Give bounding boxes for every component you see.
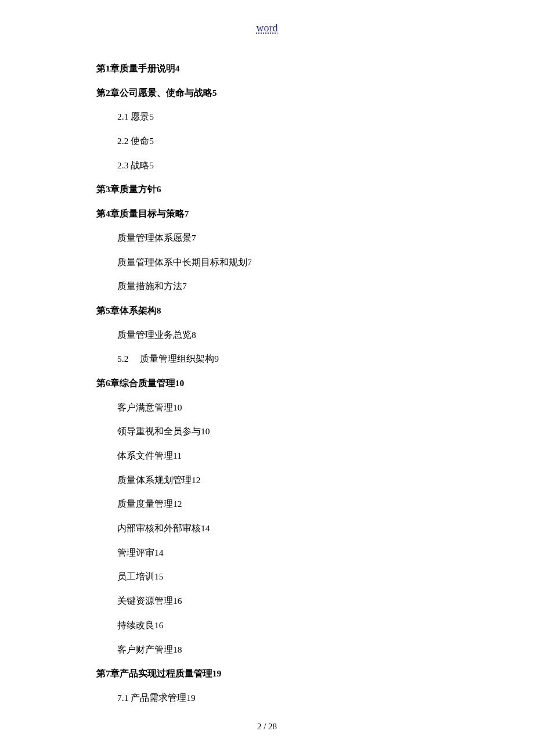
toc-sub-title: 关键资源管理 <box>117 596 173 606</box>
toc-chapter-entry[interactable]: 第1章质量手册说明4 <box>96 62 456 75</box>
toc-sub-title: 领导重视和全员参与 <box>117 426 201 436</box>
toc-sub-entry[interactable]: 客户满意管理10 <box>117 401 456 414</box>
toc-sub-entry[interactable]: 持续改良16 <box>117 619 456 632</box>
toc-chapter-title: 第4章质量目标与策略 <box>96 208 185 218</box>
toc-page-number: 14 <box>154 548 164 557</box>
toc-page-number: 12 <box>192 475 201 485</box>
toc-page-number: 5 <box>149 136 154 146</box>
toc-sub-title: 2.3 战略 <box>117 160 149 170</box>
toc-chapter-entry[interactable]: 第6章综合质量管理10 <box>96 377 456 390</box>
document-page: word 第1章质量手册说明4第2章公司愿景、使命与战略52.1 愿景52.2 … <box>0 0 534 704</box>
toc-sub-entry[interactable]: 内部审核和外部审核14 <box>117 522 456 535</box>
toc-page-number: 7 <box>192 233 196 243</box>
toc-page-number: 15 <box>154 571 164 581</box>
toc-page-number: 5 <box>212 88 217 98</box>
toc-page-number: 7 <box>185 208 189 218</box>
toc-sub-entry[interactable]: 2.1 愿景5 <box>117 110 456 123</box>
toc-sub-entry[interactable]: 2.2 使命5 <box>117 135 456 147</box>
toc-sub-title: 2.2 使命 <box>117 136 149 146</box>
toc-sub-entry[interactable]: 质量管理体系愿景7 <box>117 232 456 244</box>
toc-page-number: 10 <box>173 402 182 412</box>
toc-sub-entry[interactable]: 质量管理业务总览8 <box>117 329 456 341</box>
toc-sub-title: 质量管理体系中长期目标和规划 <box>117 257 247 267</box>
toc-sub-title: 体系文件管理 <box>117 451 173 460</box>
toc-sub-title: 客户满意管理 <box>117 402 173 412</box>
header-word-link[interactable]: word <box>0 22 534 34</box>
toc-chapter-entry[interactable]: 第3章质量方针6 <box>96 183 456 196</box>
toc-sub-entry[interactable]: 领导重视和全员参与10 <box>117 425 456 438</box>
toc-sub-entry[interactable]: 关键资源管理16 <box>117 595 456 607</box>
toc-chapter-entry[interactable]: 第5章体系架构8 <box>96 304 456 317</box>
toc-sub-entry[interactable]: 2.3 战略5 <box>117 159 456 172</box>
toc-chapter-title: 第7章产品实现过程质量管理 <box>96 668 212 678</box>
toc-chapter-entry[interactable]: 第4章质量目标与策略7 <box>96 207 456 220</box>
toc-page-number: 10 <box>175 378 185 388</box>
toc-page-number: 18 <box>173 645 182 654</box>
toc-sub-title: 内部审核和外部审核 <box>117 523 201 533</box>
toc-page-number: 5 <box>149 111 154 121</box>
toc-sub-entry[interactable]: 7.1 产品需求管理19 <box>117 692 456 704</box>
toc-page-number: 16 <box>154 620 164 630</box>
toc-chapter-title: 第1章质量手册说明 <box>96 63 175 73</box>
toc-chapter-title: 第3章质量方针 <box>96 184 157 194</box>
toc-page-number: 10 <box>201 426 210 436</box>
toc-sub-title: 质量体系规划管理 <box>117 475 192 485</box>
toc-content: 第1章质量手册说明4第2章公司愿景、使命与战略52.1 愿景52.2 使命52.… <box>96 62 456 704</box>
toc-page-number: 7 <box>182 281 187 291</box>
toc-sub-title: 客户财产管理 <box>117 645 173 654</box>
toc-page-number: 14 <box>201 523 210 533</box>
toc-sub-title: 5.2 质量管理组织架构 <box>117 354 214 363</box>
toc-page-number: 16 <box>173 596 182 606</box>
toc-sub-entry[interactable]: 体系文件管理11 <box>117 449 456 462</box>
toc-page-number: 8 <box>157 305 161 315</box>
toc-page-number: 11 <box>173 451 182 460</box>
toc-chapter-entry[interactable]: 第2章公司愿景、使命与战略5 <box>96 87 456 99</box>
toc-sub-title: 管理评审 <box>117 548 154 557</box>
toc-sub-entry[interactable]: 5.2 质量管理组织架构9 <box>117 352 456 365</box>
toc-sub-title: 质量度量管理 <box>117 499 173 509</box>
toc-page-number: 19 <box>186 693 196 703</box>
toc-page-number: 4 <box>175 63 180 73</box>
toc-sub-title: 员工培训 <box>117 571 154 581</box>
toc-sub-title: 质量措施和方法 <box>117 281 182 291</box>
page-footer: 2 / 28 <box>0 722 534 732</box>
toc-sub-entry[interactable]: 质量度量管理12 <box>117 498 456 510</box>
toc-sub-entry[interactable]: 质量措施和方法7 <box>117 280 456 293</box>
toc-sub-entry[interactable]: 客户财产管理18 <box>117 643 456 656</box>
toc-page-number: 9 <box>214 354 219 363</box>
toc-sub-title: 持续改良 <box>117 620 154 630</box>
toc-page-number: 12 <box>173 499 182 509</box>
toc-page-number: 6 <box>157 184 161 194</box>
toc-sub-title: 质量管理业务总览 <box>117 330 192 340</box>
toc-chapter-title: 第2章公司愿景、使命与战略 <box>96 88 212 98</box>
toc-chapter-entry[interactable]: 第7章产品实现过程质量管理19 <box>96 667 456 680</box>
toc-sub-title: 2.1 愿景 <box>117 111 149 121</box>
toc-sub-entry[interactable]: 管理评审14 <box>117 546 456 559</box>
toc-sub-entry[interactable]: 质量体系规划管理12 <box>117 474 456 487</box>
toc-page-number: 5 <box>149 160 154 170</box>
toc-sub-title: 质量管理体系愿景 <box>117 233 192 243</box>
toc-chapter-title: 第5章体系架构 <box>96 305 157 315</box>
toc-chapter-title: 第6章综合质量管理 <box>96 378 175 388</box>
toc-sub-title: 7.1 产品需求管理 <box>117 693 186 703</box>
toc-page-number: 7 <box>247 257 252 267</box>
toc-page-number: 19 <box>212 668 222 678</box>
toc-sub-entry[interactable]: 员工培训15 <box>117 570 456 583</box>
toc-sub-entry[interactable]: 质量管理体系中长期目标和规划7 <box>117 256 456 269</box>
toc-page-number: 8 <box>192 330 196 340</box>
